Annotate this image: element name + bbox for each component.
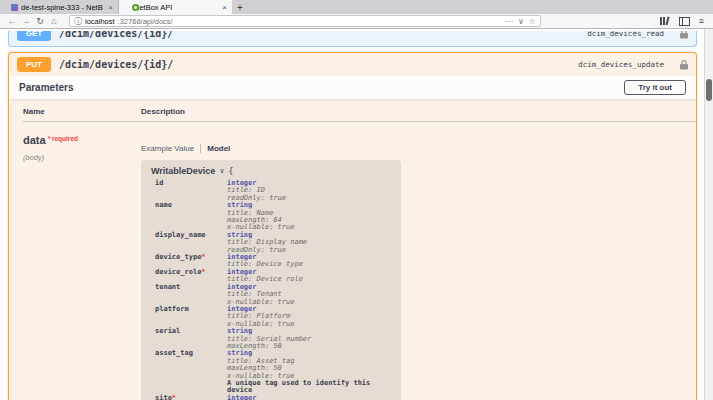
model-field-site: site*integertitle: Site (151, 395, 391, 400)
back-icon[interactable]: ← (5, 14, 19, 28)
required-asterisk: * (172, 394, 176, 400)
browser-tab-netbox-device[interactable]: de-test-spine-333 - NetB × (6, 0, 119, 14)
get-method-badge: GET (17, 31, 51, 41)
home-icon[interactable]: ⌂ (47, 14, 61, 28)
required-label: * required (48, 135, 78, 142)
model-field-tenant: tenantintegertitle: Tenantx-nullable: tr… (151, 284, 391, 306)
opblock-put-dcim-devices-update: PUT /dcim/devices/{id}/ dcim_devices_upd… (8, 52, 697, 400)
model-fields: idintegertitle: IDreadOnly: truenamestri… (151, 180, 391, 400)
browser-tab-bar: de-test-spine-333 - NetB × NetBox API × … (0, 0, 713, 14)
forward-icon[interactable]: → (19, 14, 33, 28)
url-bar[interactable]: ⓘ localhost:32768/api/docs/ ⋯ ∨ ☆ (69, 15, 541, 27)
model-schema-box: WritableDevice ∨ { idintegertitle: IDrea… (141, 160, 401, 400)
model-field-display_name: display_namestringtitle: Display namerea… (151, 232, 391, 254)
model-field-name: namestringtitle: NamemaxLength: 64x-null… (151, 202, 391, 232)
model-field-device_role: device_role*integertitle: Device role (151, 269, 391, 284)
tab-example-value[interactable]: Example Value (141, 144, 194, 153)
parameters-section-header: Parameters Try it out (9, 76, 696, 99)
model-name: WritableDevice (151, 166, 215, 176)
new-tab-button[interactable]: + (232, 0, 248, 14)
collapse-chevron-icon[interactable]: ∨ (219, 167, 224, 175)
tab-title: de-test-spine-333 - NetB (21, 3, 105, 12)
operation-id: dcim_devices_read (587, 31, 664, 38)
page-actions-icon[interactable]: ⋯ (505, 17, 513, 26)
model-example-tabs: Example Value Model (141, 144, 696, 153)
operation-id: dcim_devices_update (578, 60, 664, 69)
model-field-platform: platformintegertitle: Platformx-nullable… (151, 306, 391, 328)
scrollbar-thumb[interactable] (706, 79, 712, 101)
tab-separator (200, 144, 201, 153)
name-column-header: Name (23, 107, 141, 116)
auth-lock-icon[interactable] (680, 31, 688, 39)
bookmark-star-icon[interactable]: ☆ (529, 17, 536, 26)
swagger-ui: GET /dcim/devices/{id}/ dcim_devices_rea… (8, 29, 697, 400)
param-name: data (23, 134, 46, 146)
browser-tab-netbox-api[interactable]: NetBox API × (119, 0, 232, 14)
site-info-icon[interactable]: ⓘ (74, 16, 82, 27)
description-column-header: Description (141, 107, 185, 116)
close-tab-icon[interactable]: × (222, 3, 227, 12)
url-host: localhost (85, 17, 115, 26)
close-tab-icon[interactable]: × (108, 3, 113, 12)
reload-icon[interactable]: ↻ (33, 14, 47, 28)
put-summary-row[interactable]: PUT /dcim/devices/{id}/ dcim_devices_upd… (9, 53, 696, 76)
netbox-favicon-icon (11, 4, 18, 11)
tab-title: NetBox API (134, 3, 219, 12)
model-field-id: idintegertitle: IDreadOnly: true (151, 180, 391, 202)
required-asterisk: * (201, 268, 205, 276)
url-path: :32768/api/docs/ (118, 17, 173, 26)
library-icon[interactable] (659, 16, 670, 26)
endpoint-path: /dcim/devices/{id}/ (59, 59, 173, 70)
model-field-asset_tag: asset_tagstringtitle: Asset tagmaxLength… (151, 350, 391, 394)
try-it-out-button[interactable]: Try it out (624, 80, 686, 95)
open-brace: { (229, 167, 234, 176)
auth-lock-icon[interactable] (680, 60, 688, 70)
model-field-serial: serialstringtitle: Serial numbermaxLengt… (151, 328, 391, 350)
page-scrollbar[interactable] (704, 29, 713, 400)
opblock-get-dcim-devices-read[interactable]: GET /dcim/devices/{id}/ dcim_devices_rea… (8, 31, 697, 47)
sidebar-toggle-icon[interactable] (679, 17, 690, 26)
tab-model[interactable]: Model (207, 144, 230, 153)
menu-icon[interactable]: ≡ (699, 16, 704, 26)
param-location: (body) (23, 153, 141, 162)
model-field-device_type: device_type*integertitle: Device type (151, 254, 391, 269)
browser-toolbar: ← → ↻ ⌂ ⓘ localhost:32768/api/docs/ ⋯ ∨ … (0, 14, 713, 29)
parameters-title: Parameters (19, 82, 73, 93)
put-method-badge: PUT (17, 57, 51, 72)
endpoint-path: /dcim/devices/{id}/ (59, 31, 173, 39)
pocket-icon[interactable]: ∨ (518, 17, 524, 26)
swagger-favicon-icon (132, 4, 139, 11)
parameter-row-data: data* required (body) Example Value Mode… (23, 122, 696, 400)
page-content: GET /dcim/devices/{id}/ dcim_devices_rea… (0, 29, 713, 400)
parameters-table: Name Description data* required (body) E… (9, 99, 696, 400)
required-asterisk: * (201, 253, 205, 261)
